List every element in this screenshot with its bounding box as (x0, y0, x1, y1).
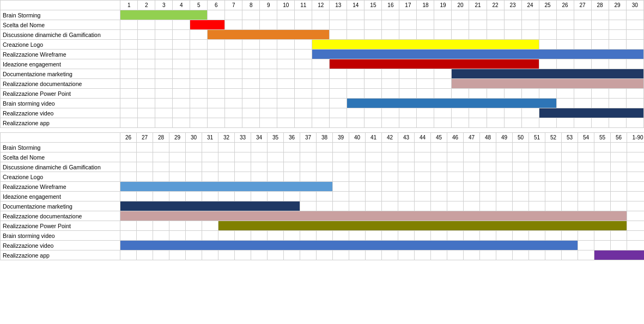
column-header-27: 27 (574, 1, 591, 10)
empty-cell (545, 182, 562, 192)
empty-cell (155, 118, 173, 128)
empty-cell (611, 182, 627, 192)
empty-cell (464, 250, 480, 260)
empty-cell (591, 59, 609, 69)
empty-cell (242, 99, 260, 108)
empty-cell (120, 143, 137, 152)
empty-cell (120, 59, 138, 69)
empty-cell (208, 50, 225, 59)
empty-cell (611, 143, 627, 152)
bar-cell (120, 201, 300, 211)
empty-cell (317, 143, 333, 152)
empty-cell (609, 30, 626, 40)
empty-cell (268, 192, 284, 201)
empty-cell (464, 182, 480, 192)
column-header-35: 35 (268, 133, 284, 143)
empty-cell (364, 118, 382, 128)
empty-cell (138, 108, 155, 118)
empty-cell (415, 162, 431, 172)
column-header-10: 10 (277, 1, 295, 10)
empty-cell (251, 192, 268, 201)
empty-cell (513, 192, 529, 201)
empty-cell (480, 172, 496, 182)
empty-cell (202, 231, 218, 241)
empty-cell (609, 118, 626, 128)
empty-cell (186, 172, 202, 182)
empty-cell (218, 143, 235, 152)
empty-cell (173, 118, 190, 128)
empty-cell (169, 172, 186, 182)
empty-cell (562, 250, 578, 260)
empty-cell (627, 231, 645, 241)
empty-cell (333, 192, 349, 201)
empty-cell (611, 231, 627, 241)
empty-cell (312, 10, 330, 20)
empty-cell (382, 152, 398, 162)
empty-cell (480, 162, 496, 172)
column-header-23: 23 (504, 1, 521, 10)
empty-cell (225, 99, 242, 108)
empty-cell (295, 79, 312, 89)
empty-cell (186, 143, 202, 152)
column-header-18: 18 (417, 1, 434, 10)
empty-cell (225, 89, 242, 99)
empty-cell (120, 162, 137, 172)
empty-cell (138, 89, 155, 99)
empty-cell (300, 231, 317, 241)
empty-cell (382, 69, 399, 79)
empty-cell (529, 231, 545, 241)
empty-cell (398, 182, 415, 192)
empty-cell (137, 172, 153, 182)
empty-cell (627, 211, 645, 221)
empty-cell (120, 89, 138, 99)
column-header-39: 39 (333, 133, 349, 143)
empty-cell (574, 10, 591, 20)
table-row: Documentazione marketing (1, 69, 644, 79)
empty-cell (251, 162, 268, 172)
empty-cell (417, 89, 434, 99)
empty-cell (366, 201, 382, 211)
empty-cell (382, 192, 398, 201)
column-header-1: 1 (120, 1, 138, 10)
empty-cell (366, 152, 382, 162)
table-row: Realizzazione video (1, 108, 644, 118)
empty-cell (137, 143, 153, 152)
gantt-container: 1234567891011121314151617181920212223242… (0, 0, 644, 262)
empty-cell (312, 89, 330, 99)
empty-cell (242, 89, 260, 99)
empty-cell (521, 10, 539, 20)
empty-cell (464, 231, 480, 241)
empty-cell (277, 69, 295, 79)
empty-cell (173, 69, 190, 79)
column-header-51: 51 (529, 133, 545, 143)
empty-cell (594, 143, 611, 152)
empty-cell (447, 162, 464, 172)
row-label: Ideazione engagement (1, 192, 120, 201)
empty-cell (469, 108, 487, 118)
empty-cell (529, 162, 545, 172)
empty-cell (496, 152, 513, 162)
empty-cell (504, 108, 521, 118)
empty-cell (235, 250, 251, 260)
empty-cell (591, 89, 609, 99)
empty-cell (452, 108, 469, 118)
empty-cell (578, 162, 594, 172)
empty-cell (626, 99, 643, 108)
bar-cell (347, 99, 556, 108)
empty-cell (496, 182, 513, 192)
empty-cell (300, 143, 317, 152)
empty-cell (186, 250, 202, 260)
column-header-21: 21 (469, 1, 487, 10)
bar-cell (594, 250, 645, 260)
column-header-28: 28 (153, 133, 169, 143)
empty-cell (260, 10, 277, 20)
empty-cell (539, 89, 556, 99)
empty-cell (251, 143, 268, 152)
empty-cell (120, 40, 138, 50)
empty-cell (627, 241, 645, 250)
empty-cell (138, 99, 155, 108)
row-label: Discussione dinamiche di Gamification (1, 162, 120, 172)
empty-cell (496, 231, 513, 241)
empty-cell (591, 10, 609, 20)
empty-cell (153, 143, 169, 152)
